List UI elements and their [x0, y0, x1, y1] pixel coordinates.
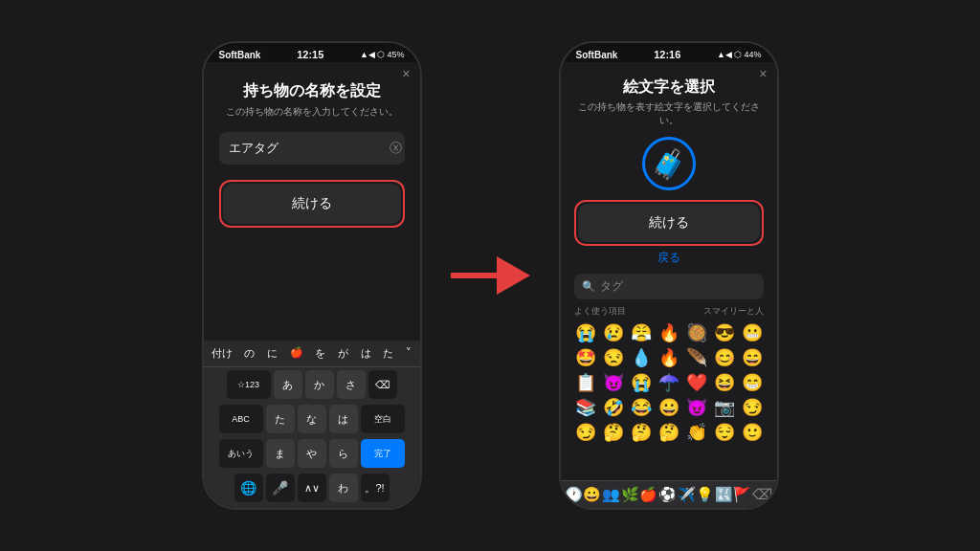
left-modal-title: 持ち物の名称を設定	[243, 81, 381, 101]
kb-mic-key[interactable]: 🎤	[266, 474, 295, 502]
emoji-cell[interactable]: 🤣	[602, 396, 625, 419]
kb-more-key[interactable]: ∧∨	[298, 474, 326, 502]
right-close-button[interactable]: ×	[759, 66, 767, 81]
emoji-cell[interactable]: 📚	[574, 396, 597, 419]
kb-123-key[interactable]: ☆123	[227, 370, 271, 399]
emoji-cell[interactable]: 😈	[602, 371, 625, 394]
right-continue-button[interactable]: 続ける	[578, 204, 760, 242]
left-status-bar: SoftBank 12:15 ▲◀ ⬡ 45%	[204, 43, 420, 62]
right-back-button[interactable]: 戻る	[657, 250, 680, 266]
emoji-cat-flags[interactable]: 🚩	[733, 486, 751, 503]
right-modal-title: 絵文字を選択	[623, 77, 715, 98]
right-time: 12:16	[654, 49, 680, 60]
emoji-cell[interactable]: 😄	[741, 346, 764, 369]
left-clear-button[interactable]: ⓧ	[390, 140, 402, 157]
left-battery: ▲◀ ⬡ 45%	[360, 50, 404, 59]
emoji-cell[interactable]: 👏	[685, 421, 708, 444]
emoji-cell[interactable]: 😭	[630, 371, 653, 394]
kb-delete-key[interactable]: ⌫	[368, 370, 397, 399]
left-continue-button[interactable]: 続ける	[223, 184, 401, 224]
emoji-cell[interactable]: ☂️	[657, 371, 680, 394]
emoji-row-4: 📚 🤣 😂 😀 😈 📷 😏	[574, 396, 764, 419]
emoji-cell[interactable]: 😁	[741, 371, 764, 394]
emoji-cat-recent[interactable]: 🕐	[565, 486, 583, 503]
emoji-cell[interactable]: 😊	[713, 346, 736, 369]
right-phone-content: × 絵文字を選択 この持ち物を表す絵文字を選択してください。 🧳 続ける 戻る …	[561, 62, 777, 508]
kb-ma-key[interactable]: ま	[266, 439, 295, 468]
emoji-cell[interactable]: 😎	[713, 321, 736, 344]
kb-row-4: 🌐 🎤 ∧∨ わ 。?!	[204, 471, 420, 508]
emoji-cat-smileys[interactable]: 😀	[583, 486, 601, 503]
kb-row-1: ☆123 あ か さ ⌫	[204, 367, 420, 402]
emoji-cat-travel[interactable]: ✈️	[678, 486, 696, 503]
kb-ya-key[interactable]: や	[298, 439, 326, 468]
right-carrier: SoftBank	[576, 50, 618, 60]
emoji-cell[interactable]: 😏	[741, 396, 764, 419]
emoji-cell[interactable]: 😢	[602, 321, 625, 344]
emoji-cell[interactable]: ❤️	[685, 371, 708, 394]
right-modal-area: × 絵文字を選択 この持ち物を表す絵文字を選択してください。 🧳 続ける 戻る …	[561, 62, 777, 480]
left-phone-content: × 持ち物の名称を設定 この持ち物の名称を入力してください。 ⓧ 続ける 付け …	[204, 62, 420, 508]
emoji-cell[interactable]: 😒	[602, 346, 625, 369]
emoji-cell[interactable]: 😬	[741, 321, 764, 344]
right-search-bar[interactable]: 🔍 タグ	[574, 274, 764, 299]
emoji-cat-people[interactable]: 👥	[602, 486, 620, 503]
emoji-cat-activity[interactable]: ⚽	[658, 486, 677, 503]
kb-aiueo-key[interactable]: あいう	[219, 439, 263, 468]
kb-globe-key[interactable]: 🌐	[234, 474, 263, 502]
kb-done-key[interactable]: 完了	[361, 439, 405, 468]
emoji-cell[interactable]: 🤔	[602, 421, 625, 444]
emoji-cell[interactable]: 📷	[713, 396, 736, 419]
emoji-cat-food[interactable]: 🍎	[639, 486, 657, 503]
kb-ra-key[interactable]: ら	[329, 439, 358, 468]
emoji-cell[interactable]: 😈	[685, 396, 708, 419]
emoji-row-2: 🤩 😒 💧 🔥 🪶 😊 😄	[574, 346, 764, 369]
left-time: 12:15	[297, 49, 323, 60]
emoji-cell[interactable]: 😌	[713, 421, 736, 444]
kb-ka-key[interactable]: か	[305, 370, 334, 399]
emoji-cell[interactable]: 😆	[713, 371, 736, 394]
right-selected-emoji[interactable]: 🧳	[642, 137, 696, 190]
emoji-cell[interactable]: 💧	[630, 346, 653, 369]
smileys-label: スマイリーと人	[703, 305, 764, 318]
emoji-cell[interactable]: 😂	[630, 396, 653, 419]
right-status-bar: SoftBank 12:16 ▲◀ ⬡ 44%	[561, 43, 777, 62]
emoji-cell[interactable]: 😏	[574, 421, 597, 444]
kb-space-key[interactable]: 空白	[361, 405, 405, 433]
emoji-cat-objects[interactable]: 💡	[696, 486, 714, 503]
emoji-cat-nature[interactable]: 🌿	[621, 486, 639, 503]
left-name-input[interactable]	[229, 142, 390, 156]
emoji-cell[interactable]: 🤩	[574, 346, 597, 369]
emoji-cell[interactable]: 😭	[574, 321, 597, 344]
emoji-row-3: 📋 😈 😭 ☂️ ❤️ 😆 😁	[574, 371, 764, 394]
kb-na-key[interactable]: な	[298, 405, 326, 433]
emoji-cell[interactable]: 🥘	[685, 321, 708, 344]
emoji-row-5: 😏 🤔 🤔 🤔 👏 😌 🙂	[574, 421, 764, 444]
emoji-cell[interactable]: 🪶	[685, 346, 708, 369]
kb-abc-key[interactable]: ABC	[219, 405, 263, 433]
emoji-cell[interactable]: 🤔	[630, 421, 653, 444]
emoji-cell[interactable]: 🔥	[657, 346, 680, 369]
kb-sa-key[interactable]: さ	[337, 370, 366, 399]
emoji-cat-symbols[interactable]: 🔣	[715, 486, 733, 503]
kb-row-3: あいう ま や ら 完了	[204, 436, 420, 471]
emoji-cell[interactable]: 🤔	[657, 421, 680, 444]
emoji-cell[interactable]: 📋	[574, 371, 597, 394]
emoji-cell[interactable]: 🙂	[741, 421, 764, 444]
left-close-button[interactable]: ×	[402, 66, 410, 81]
kb-ta-key[interactable]: た	[266, 405, 295, 433]
right-modal-subtitle: この持ち物を表す絵文字を選択してください。	[574, 100, 764, 127]
arrow-shaft	[451, 273, 499, 278]
emoji-cell[interactable]: 😀	[657, 396, 680, 419]
emoji-delete[interactable]: ⌫	[752, 486, 772, 503]
emoji-cell[interactable]: 😤	[630, 321, 653, 344]
emoji-keyboard-bar: 🕐 😀 👥 🌿 🍎 ⚽ ✈️ 💡 🔣 🚩 ⌫	[561, 480, 777, 508]
left-input-row[interactable]: ⓧ	[219, 132, 405, 165]
kb-suggestions-row: 付け の に 🍎 を が は た ˅	[204, 341, 420, 367]
kb-wa-key[interactable]: わ	[329, 474, 358, 502]
kb-punct-key[interactable]: 。?!	[361, 474, 390, 502]
kb-a-key[interactable]: あ	[274, 370, 302, 399]
kb-ha-key[interactable]: は	[329, 405, 358, 433]
emoji-cell[interactable]: 🔥	[657, 321, 680, 344]
kb-row-2: ABC た な は 空白	[204, 402, 420, 436]
